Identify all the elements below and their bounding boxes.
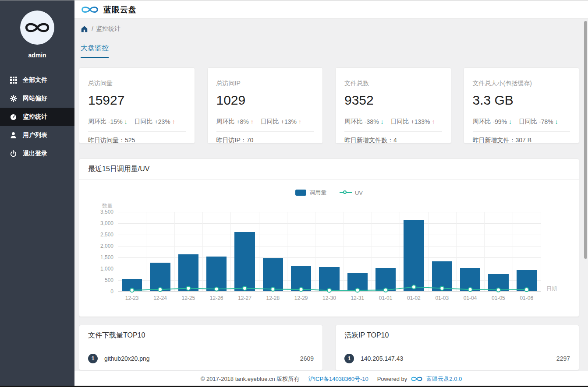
x-tick-label: 12-28 [259,295,287,301]
day-compare-value: -78% [539,118,553,125]
uv-point-01-04[interactable] [468,288,472,292]
eyeblue-logo-icon [24,20,50,35]
sidebar-menu: 全部文件网站偏好监控统计用户列表退出登录 [0,71,74,163]
stat-footer: 昨日访问量：525 [88,131,186,144]
app-logo-icon [81,4,99,15]
sidebar-item-label: 退出登录 [23,150,47,158]
uv-point-12-30[interactable] [327,288,331,292]
sidebar-item-1[interactable]: 网站偏好 [0,89,74,108]
bar-legend-swatch [295,190,306,196]
gridline [541,212,541,291]
sidebar-item-4[interactable]: 退出登录 [0,144,74,163]
sidebar-item-3[interactable]: 用户列表 [0,126,74,144]
uv-point-01-03[interactable] [440,286,444,290]
week-compare-label: 周环比 [344,118,363,126]
up-arrow-icon: ↑ [298,118,301,125]
y-tick-label: 0 [110,288,118,295]
day-compare-value: +13% [281,118,297,125]
stat-footer-label: 昨日新增文件： [473,137,516,144]
sidebar-item-label: 全部文件 [23,76,47,84]
uv-point-12-29[interactable] [299,288,303,292]
down-arrow-icon: ↓ [555,118,558,125]
legend-item-bar[interactable]: 调用量 [295,189,326,197]
x-tick-label: 12-25 [174,295,202,301]
uv-point-12-25[interactable] [186,286,190,290]
week-compare-value: -38% [365,118,379,125]
copyright-text: © 2017-2018 tank.eyeblue.cn 版权所有 [201,375,300,383]
stat-value: 15927 [88,93,186,108]
grid-icon [10,77,17,84]
tab-dashboard-monitor[interactable]: 大盘监控 [81,44,109,58]
uv-point-01-06[interactable] [524,288,528,292]
icp-link[interactable]: 沪ICP备14038360号-10 [308,375,368,383]
uv-point-12-28[interactable] [271,287,275,291]
chart-card: 最近15日调用量/UV 调用量 UV 数量 05001,00 [79,158,579,317]
sidebar-item-label: 用户列表 [23,131,47,139]
x-tick-label: 01-05 [484,295,512,301]
week-compare-label: 周环比 [216,118,235,126]
down-arrow-icon: ↓ [509,118,512,125]
stat-label: 文件总数 [344,80,442,88]
week-compare-label: 周环比 [473,118,491,126]
x-axis-ticks: 12-2312-2412-2512-2612-2712-2812-2912-30… [118,295,541,301]
x-tick-label: 12-26 [202,295,230,301]
stat-footer: 昨日新增文件：307 B [473,131,570,144]
chart-title: 最近15日调用量/UV [79,159,579,180]
x-tick-label: 01-04 [456,295,484,301]
down-arrow-icon: ↓ [124,118,128,125]
week-compare-value: +8% [236,118,248,125]
stat-value: 9352 [344,93,442,108]
uv-point-01-01[interactable] [384,288,388,292]
day-compare-label: 日同比 [135,118,153,126]
list-title: 文件下载量TOP10 [79,325,322,346]
uv-point-01-02[interactable] [412,285,416,289]
uv-point-12-23[interactable] [130,288,134,292]
uv-point-12-31[interactable] [355,288,359,292]
uv-point-12-27[interactable] [243,286,247,290]
legend-label: UV [355,190,363,196]
list-item[interactable]: 1140.205.147.432297 [336,346,579,363]
gear-icon [10,95,17,102]
product-version-link[interactable]: 蓝眼云盘2.0.0 [426,375,462,383]
list-item-value: 2297 [556,355,570,362]
day-compare-value: +133% [411,118,430,125]
day-compare-label: 日同比 [519,118,537,126]
list-item[interactable]: 1github20x20.png2609 [79,346,322,363]
sidebar: admin 全部文件网站偏好监控统计用户列表退出登录 [0,0,74,387]
sidebar-item-label: 网站偏好 [23,95,47,102]
y-tick-label: 2,500 [100,232,118,238]
uv-point-12-24[interactable] [158,288,162,292]
sidebar-item-label: 监控统计 [23,113,47,121]
stat-value: 1029 [216,93,314,108]
app-title: 蓝眼云盘 [103,4,137,15]
home-icon[interactable] [81,25,88,32]
avatar[interactable] [20,11,54,45]
top-lists-row: 文件下载量TOP101github20x20.png2609活跃IP TOP10… [79,325,579,370]
uv-line-series [118,212,541,292]
top-header: 蓝眼云盘 [74,0,588,19]
x-tick-label: 01-02 [400,295,428,301]
stat-footer-label: 昨日新增文件数： [344,137,393,144]
stat-card-3: 文件总大小(包括缓存)3.3 GB周环比 -99%↓日同比 -78%↓昨日新增文… [464,67,580,144]
user-icon [10,132,17,139]
sidebar-item-0[interactable]: 全部文件 [0,71,74,89]
uv-point-12-26[interactable] [215,287,219,291]
x-tick-label: 12-23 [118,295,146,301]
day-compare-label: 日同比 [261,118,279,126]
stat-footer: 昨日新增文件数：4 [344,131,442,144]
stat-compare-row: 周环比 +8%↑日同比 +13%↑ [216,118,314,126]
week-compare-value: -99% [492,118,507,125]
up-arrow-icon: ↑ [432,118,435,125]
up-arrow-icon: ↑ [251,118,254,125]
page-content: / 监控统计 大盘监控 总访问量15927周环比 -15%↓日同比 +23%↑昨… [74,19,588,371]
page-footer: © 2017-2018 tank.eyeblue.cn 版权所有 沪ICP备14… [74,371,588,387]
stat-footer-label: 昨日访IP： [216,137,247,144]
vertical-scrollbar[interactable] [584,21,587,259]
footer-logo-icon [411,375,423,383]
uv-point-01-05[interactable] [496,288,500,292]
legend-item-line[interactable]: UV [340,190,363,196]
legend-label: 调用量 [309,189,326,197]
x-tick-label: 12-30 [315,295,343,301]
x-tick-label: 12-27 [230,295,259,301]
sidebar-item-2[interactable]: 监控统计 [0,108,74,126]
